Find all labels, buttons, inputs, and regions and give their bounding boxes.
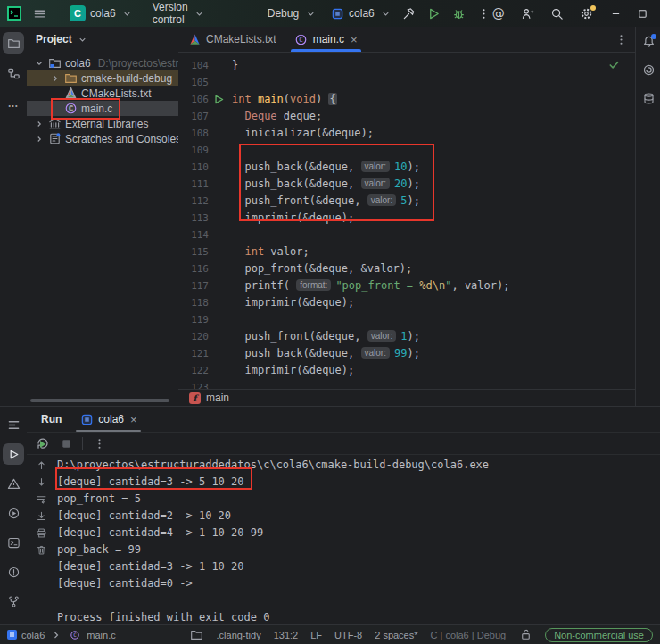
c-project-icon: C: [70, 5, 86, 21]
license-badge[interactable]: Non-commercial use: [545, 628, 653, 642]
add-user-icon[interactable]: [521, 6, 535, 21]
up-arrow-icon[interactable]: [33, 457, 50, 474]
code-line-113: 113 imprimir(&deque);: [178, 210, 635, 227]
c-file-icon: C: [294, 32, 309, 46]
ide-window: C cola6 Version control Debug cola6 @: [0, 0, 660, 644]
code-line-112: 112 push_front(&deque, valor:5);: [178, 193, 635, 210]
project-panel-header[interactable]: Project: [27, 27, 178, 52]
more-toolwindows-button[interactable]: …: [3, 93, 24, 114]
statusbar-breadcrumb[interactable]: cola6 C main.c: [7, 628, 116, 642]
run-line-icon[interactable]: [209, 91, 228, 108]
tree-item-label: External Libraries: [65, 118, 148, 130]
line-number: 122: [178, 362, 209, 379]
project-tree: cola6D:\proyectos\estructuracmake-build-…: [27, 52, 178, 146]
breadcrumb-function[interactable]: main: [206, 392, 229, 404]
encoding-widget[interactable]: UTF-8: [334, 630, 362, 640]
down-arrow-icon[interactable]: [33, 474, 50, 491]
tabbar-more-button[interactable]: [614, 27, 635, 52]
run-config-selector[interactable]: cola6: [325, 4, 399, 23]
code-line-109: 109: [178, 142, 635, 159]
rerun-button[interactable]: [36, 436, 50, 450]
line-separator-widget[interactable]: LF: [310, 630, 322, 640]
code-line-117: 117 printf( format:"pop_front = %d\n", v…: [178, 277, 635, 294]
code-area[interactable]: 104}105106int main(void) {107 Deque dequ…: [178, 53, 635, 391]
gutter-slot: [209, 193, 228, 210]
indent-widget[interactable]: 2 spaces*: [375, 630, 417, 640]
line-number: 108: [178, 125, 209, 142]
code-line-114: 114: [178, 227, 635, 244]
stop-button[interactable]: [59, 436, 73, 450]
tree-item-main-c[interactable]: Cmain.c: [27, 101, 178, 116]
vcs-label: Version control: [153, 1, 188, 26]
ai-widget-icon[interactable]: @: [491, 6, 506, 21]
project-horizontal-scrollbar[interactable]: [30, 399, 169, 402]
console-line: [57, 592, 656, 609]
build-config-selector[interactable]: Debug: [262, 4, 323, 23]
debug-bug-icon[interactable]: [452, 6, 466, 21]
project-widget[interactable]: C cola6: [64, 3, 140, 24]
clang-tidy-widget[interactable]: .clang-tidy: [217, 630, 261, 640]
problems-toolwindow-button[interactable]: [3, 473, 24, 494]
database-icon[interactable]: [641, 91, 656, 105]
tree-item-cmake-build-debug[interactable]: cmake-build-debug: [27, 70, 178, 86]
code-line-111: 111 push_back(&deque, valor:20);: [178, 176, 635, 193]
terminal-toolwindow-button[interactable]: [3, 532, 24, 553]
ai-assistant-icon[interactable]: [641, 62, 656, 77]
kebab-icon: [614, 32, 628, 46]
toolchain-widget[interactable]: C | cola6 | Debug: [431, 630, 507, 640]
tree-item-cola6[interactable]: cola6D:\proyectos\estructura: [27, 55, 178, 70]
chevron-right-icon[interactable]: [34, 119, 45, 129]
right-toolwindow-stripe: [635, 27, 660, 413]
console[interactable]: D:\proyectos\estructuraddedatos\c\cola6\…: [27, 453, 660, 625]
run-tab-cola6[interactable]: cola6 ×: [72, 407, 144, 432]
code-line-116: 116 pop_front(&deque, &valor);: [178, 260, 635, 277]
clion-logo[interactable]: [0, 4, 27, 23]
inlay-hint: valor:: [361, 347, 390, 359]
search-icon[interactable]: [550, 6, 565, 21]
print-icon[interactable]: [33, 524, 50, 541]
tree-item-external-libraries[interactable]: External Libraries: [27, 116, 178, 131]
caret-position-widget[interactable]: 131:2: [274, 630, 299, 640]
git-toolwindow-button[interactable]: [3, 590, 24, 612]
line-number: 109: [178, 142, 209, 159]
console-line: [deque] cantidad=0 ->: [57, 575, 656, 592]
folder-icon[interactable]: [190, 628, 204, 642]
vcs-widget[interactable]: Version control: [147, 0, 212, 29]
build-hammer-icon[interactable]: [402, 6, 417, 21]
main-menu-button[interactable]: [27, 4, 52, 23]
chevron-down-icon[interactable]: [34, 58, 45, 69]
minimize-button[interactable]: [603, 0, 630, 27]
bookmarks-list-button[interactable]: [3, 414, 24, 435]
chevron-right-icon[interactable]: [34, 134, 45, 144]
library-icon: [47, 117, 62, 130]
chevron-right-icon[interactable]: [50, 73, 61, 84]
more-options-icon[interactable]: [92, 436, 106, 450]
services-toolwindow-button[interactable]: [3, 502, 24, 524]
run-button-icon[interactable]: [427, 6, 441, 21]
close-tab-icon[interactable]: ×: [130, 413, 137, 426]
tree-item-scratches-and-consoles[interactable]: Scratches and Consoles: [27, 131, 178, 146]
tab-cmakelists[interactable]: CMakeLists.txt: [178, 27, 285, 52]
chevron-slot: [50, 88, 61, 99]
scroll-to-end-icon[interactable]: [33, 508, 50, 524]
settings-gear-icon[interactable]: [580, 6, 594, 21]
unlock-icon[interactable]: [518, 628, 532, 642]
tab-main-c[interactable]: C main.c ×: [285, 27, 367, 52]
line-number: 104: [178, 57, 209, 74]
close-button[interactable]: [656, 0, 660, 27]
clear-trash-icon[interactable]: [33, 541, 50, 558]
notifications-bell-icon[interactable]: [641, 34, 656, 48]
inspection-ok-icon[interactable]: [606, 57, 621, 71]
inspections-toolwindow-button[interactable]: [3, 561, 24, 582]
left-bottom-toolwindow-stripe: [0, 406, 28, 632]
project-toolwindow-button[interactable]: [3, 32, 24, 54]
more-actions-icon[interactable]: [477, 6, 491, 21]
run-toolwindow-button[interactable]: [3, 443, 24, 465]
tree-item-cmakelists-txt[interactable]: CMakeLists.txt: [27, 86, 178, 101]
structure-toolwindow-button[interactable]: [3, 62, 24, 84]
soft-wrap-icon[interactable]: [33, 491, 50, 508]
editor: CMakeLists.txt C main.c × 104}105106int …: [178, 27, 635, 406]
close-tab-icon[interactable]: ×: [351, 33, 358, 46]
chevron-down-icon: [76, 32, 90, 46]
maximize-button[interactable]: [630, 0, 656, 27]
